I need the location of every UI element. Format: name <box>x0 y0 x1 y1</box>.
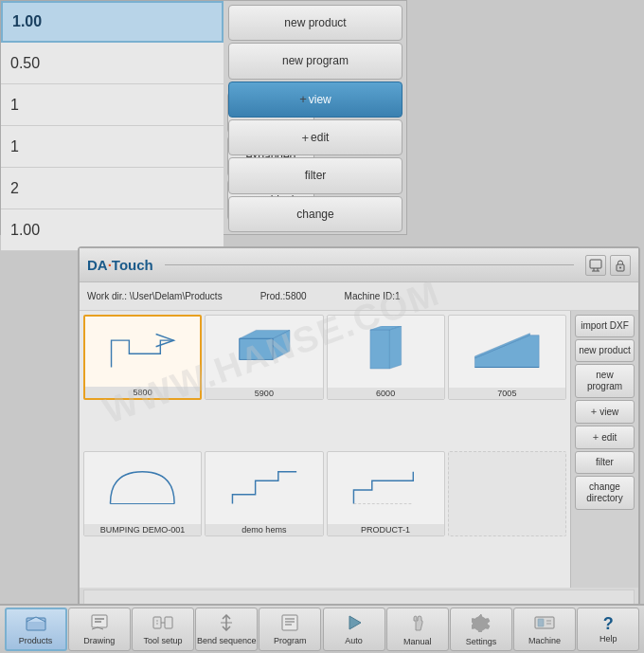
products-grid: 5800 5900 <box>80 311 570 588</box>
right-toolbar: import DXF new product new program + vie… <box>570 311 638 588</box>
top-new-program-button[interactable]: new program <box>228 43 402 79</box>
help-icon: ? <box>603 615 614 632</box>
import-dxf-button[interactable]: import DXF <box>575 315 635 337</box>
product-thumb-6000 <box>328 316 444 388</box>
value-row-6: 1.00 <box>1 209 224 251</box>
window-header: DA · Touch <box>80 248 638 282</box>
product-label-5900: 5900 <box>206 388 322 399</box>
product-label-5800: 5800 <box>85 387 200 398</box>
program-label: Program <box>274 636 307 645</box>
tool-setup-icon <box>152 614 173 634</box>
settings-icon <box>472 613 491 635</box>
product-thumb-hems <box>206 452 322 524</box>
taskbar-auto[interactable]: Auto <box>323 608 385 651</box>
product-thumb-bumping <box>84 452 201 524</box>
taskbar-machine[interactable]: Machine <box>513 608 576 651</box>
window-logo: DA · Touch <box>87 257 153 273</box>
product-label-7005: 7005 <box>449 388 565 399</box>
product-card-7005[interactable]: 7005 <box>448 315 566 400</box>
product-card-5800[interactable]: 5800 <box>83 315 202 400</box>
tool-setup-label: Tool setup <box>143 636 182 645</box>
monitor-icon <box>585 255 606 276</box>
drawing-label: Drawing <box>83 636 115 645</box>
bend-sequence-icon <box>217 614 236 634</box>
main-new-program-button[interactable]: new program <box>575 364 635 398</box>
taskbar-tool-setup[interactable]: Tool setup <box>132 608 194 651</box>
prod-id: Prod.:5800 <box>260 291 307 301</box>
product-card-empty <box>448 451 566 536</box>
products-icon <box>26 614 46 634</box>
main-filter-button[interactable]: filter <box>575 451 635 474</box>
svg-rect-39 <box>538 619 544 626</box>
taskbar-help[interactable]: ? Help <box>577 608 639 651</box>
svg-marker-15 <box>389 326 401 369</box>
main-edit-button[interactable]: + edit <box>575 426 635 449</box>
machine-label: Machine <box>528 636 561 645</box>
product-label-bumping: BUMPING DEMO-001 <box>84 524 201 535</box>
product-label-hems: demo hems <box>206 524 322 535</box>
product-thumb-7005 <box>449 316 565 388</box>
svg-marker-6 <box>239 339 272 360</box>
taskbar-settings[interactable]: Settings <box>450 608 512 651</box>
svg-marker-16 <box>475 336 540 368</box>
product-thumb-product1 <box>328 452 444 524</box>
taskbar-manual[interactable]: Manual <box>386 608 449 651</box>
s-bend-svg <box>218 463 312 513</box>
bend-sequence-label: Bend sequence <box>197 636 257 645</box>
taskbar-products[interactable]: Products <box>5 608 67 651</box>
change-directory-button[interactable]: change directory <box>575 476 635 510</box>
ramp-svg <box>460 326 554 376</box>
value-row-1: 1.00 <box>1 1 224 43</box>
value-row-4: 1 <box>1 126 224 168</box>
product-card-product1[interactable]: PRODUCT-1 <box>327 451 445 536</box>
taskbar: Products Drawing Tool setup Bend sequenc… <box>0 604 644 653</box>
window-body: 5800 5900 <box>80 311 638 588</box>
window-info-bar: Work dir.: \User\Delam\Products Prod.:58… <box>80 282 638 311</box>
machine-id: Machine ID:1 <box>345 291 401 301</box>
svg-rect-0 <box>590 260 601 268</box>
lock-icon <box>610 255 631 276</box>
products-label: Products <box>19 636 53 645</box>
taskbar-drawing[interactable]: Drawing <box>68 608 131 651</box>
main-view-button[interactable]: + view <box>575 400 635 424</box>
top-edit-button[interactable]: + edit <box>228 119 402 155</box>
top-filter-button[interactable]: filter <box>228 157 402 193</box>
drawing-icon <box>90 614 109 634</box>
main-window: DA · Touch Work dir.: \User\Delam\Produc… <box>78 246 640 644</box>
top-values-panel: 1.00 0.50 1 1 2 1.00 <box>1 1 224 236</box>
product-card-6000[interactable]: 6000 <box>327 315 445 400</box>
tall-box-svg <box>339 326 433 376</box>
product-label-6000: 6000 <box>328 388 444 399</box>
window-divider <box>165 264 574 265</box>
product-thumb-5900 <box>206 316 322 388</box>
program-icon <box>280 614 299 634</box>
box-3d-svg <box>218 326 312 376</box>
machine-icon <box>534 614 555 634</box>
value-row-2: 0.50 <box>1 43 224 84</box>
top-right-buttons: new product new program + view + edit fi… <box>224 1 406 236</box>
settings-label: Settings <box>466 637 497 646</box>
product-card-hems[interactable]: demo hems <box>205 451 323 536</box>
taskbar-program[interactable]: Program <box>259 608 321 651</box>
auto-icon <box>345 614 364 634</box>
auto-label: Auto <box>345 636 363 645</box>
svg-point-5 <box>619 266 621 268</box>
manual-icon <box>408 613 427 635</box>
product-card-5900[interactable]: 5900 <box>205 315 323 400</box>
work-dir: Work dir.: \User\Delam\Products <box>87 291 223 301</box>
svg-marker-36 <box>349 616 361 629</box>
bent-arrow-svg <box>97 327 188 376</box>
step-bend-svg <box>339 463 433 513</box>
top-view-button[interactable]: + view <box>228 82 402 118</box>
manual-label: Manual <box>403 637 432 646</box>
top-change-button[interactable]: change <box>228 196 402 232</box>
main-new-product-button[interactable]: new product <box>575 339 635 362</box>
svg-rect-26 <box>165 617 172 628</box>
taskbar-bend-sequence[interactable]: Bend sequence <box>195 608 258 651</box>
top-new-product-button[interactable]: new product <box>228 5 402 41</box>
product-thumb-5800 <box>85 317 200 387</box>
help-label: Help <box>599 634 617 644</box>
svg-marker-13 <box>370 330 389 369</box>
value-row-5: 2 <box>1 168 224 209</box>
product-card-bumping[interactable]: BUMPING DEMO-001 <box>83 451 202 536</box>
